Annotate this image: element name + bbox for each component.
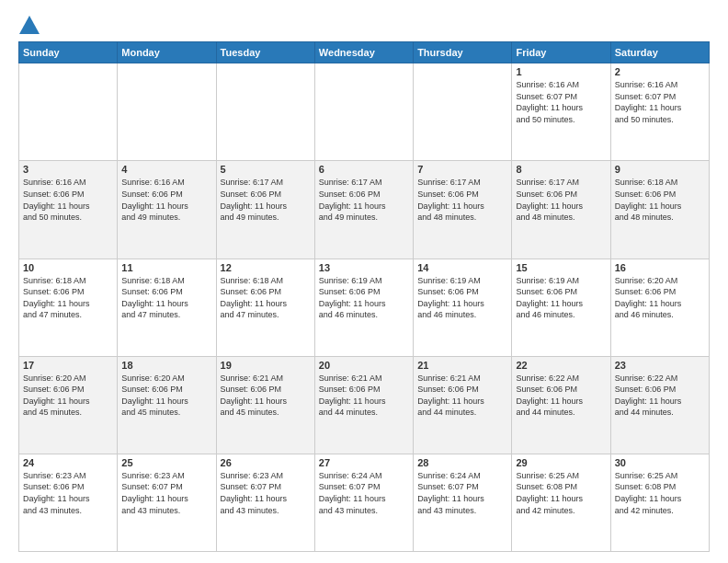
day-info: Sunrise: 6:19 AM Sunset: 6:06 PM Dayligh… [516, 275, 606, 321]
calendar-cell: 11Sunrise: 6:18 AM Sunset: 6:06 PM Dayli… [118, 259, 216, 356]
calendar-cell: 20Sunrise: 6:21 AM Sunset: 6:06 PM Dayli… [314, 356, 413, 454]
week-row-3: 10Sunrise: 6:18 AM Sunset: 6:06 PM Dayli… [19, 259, 710, 356]
calendar-cell: 24Sunrise: 6:23 AM Sunset: 6:06 PM Dayli… [19, 454, 118, 551]
logo-triangle-icon [19, 16, 40, 34]
calendar-cell: 16Sunrise: 6:20 AM Sunset: 6:06 PM Dayli… [610, 259, 709, 356]
day-number: 17 [23, 360, 113, 371]
calendar-cell: 7Sunrise: 6:17 AM Sunset: 6:06 PM Daylig… [414, 161, 512, 259]
week-row-2: 3Sunrise: 6:16 AM Sunset: 6:06 PM Daylig… [19, 161, 710, 259]
col-header-wednesday: Wednesday [314, 42, 413, 63]
day-info: Sunrise: 6:25 AM Sunset: 6:08 PM Dayligh… [615, 470, 705, 516]
day-number: 9 [615, 164, 705, 175]
week-row-1: 1Sunrise: 6:16 AM Sunset: 6:07 PM Daylig… [19, 63, 710, 161]
day-info: Sunrise: 6:20 AM Sunset: 6:06 PM Dayligh… [23, 373, 113, 419]
day-info: Sunrise: 6:21 AM Sunset: 6:06 PM Dayligh… [417, 373, 507, 419]
calendar-cell [314, 63, 413, 161]
calendar-cell: 18Sunrise: 6:20 AM Sunset: 6:06 PM Dayli… [118, 356, 216, 454]
day-number: 19 [221, 360, 311, 371]
calendar-cell: 27Sunrise: 6:24 AM Sunset: 6:07 PM Dayli… [314, 454, 413, 551]
svg-marker-0 [19, 16, 40, 34]
calendar-cell: 6Sunrise: 6:17 AM Sunset: 6:06 PM Daylig… [314, 161, 413, 259]
col-header-tuesday: Tuesday [216, 42, 314, 63]
calendar-cell: 5Sunrise: 6:17 AM Sunset: 6:06 PM Daylig… [216, 161, 314, 259]
calendar-cell: 17Sunrise: 6:20 AM Sunset: 6:06 PM Dayli… [19, 356, 118, 454]
day-number: 30 [615, 457, 705, 468]
page: SundayMondayTuesdayWednesdayThursdayFrid… [0, 0, 728, 563]
day-info: Sunrise: 6:18 AM Sunset: 6:06 PM Dayligh… [221, 275, 311, 321]
day-info: Sunrise: 6:24 AM Sunset: 6:07 PM Dayligh… [319, 470, 409, 516]
calendar-cell: 1Sunrise: 6:16 AM Sunset: 6:07 PM Daylig… [512, 63, 610, 161]
day-number: 3 [23, 164, 113, 175]
day-number: 23 [615, 360, 705, 371]
day-number: 6 [319, 164, 409, 175]
calendar-cell: 25Sunrise: 6:23 AM Sunset: 6:07 PM Dayli… [118, 454, 216, 551]
day-info: Sunrise: 6:18 AM Sunset: 6:06 PM Dayligh… [615, 177, 705, 223]
col-header-friday: Friday [512, 42, 610, 63]
day-info: Sunrise: 6:24 AM Sunset: 6:07 PM Dayligh… [417, 470, 507, 516]
day-info: Sunrise: 6:19 AM Sunset: 6:06 PM Dayligh… [319, 275, 409, 321]
col-header-saturday: Saturday [610, 42, 709, 63]
day-info: Sunrise: 6:18 AM Sunset: 6:06 PM Dayligh… [23, 275, 113, 321]
col-header-sunday: Sunday [19, 42, 118, 63]
col-header-monday: Monday [118, 42, 216, 63]
calendar-cell: 8Sunrise: 6:17 AM Sunset: 6:06 PM Daylig… [512, 161, 610, 259]
day-number: 12 [221, 262, 311, 273]
day-number: 11 [121, 262, 211, 273]
day-info: Sunrise: 6:23 AM Sunset: 6:06 PM Dayligh… [23, 470, 113, 516]
calendar-cell: 2Sunrise: 6:16 AM Sunset: 6:07 PM Daylig… [610, 63, 709, 161]
day-info: Sunrise: 6:21 AM Sunset: 6:06 PM Dayligh… [221, 373, 311, 419]
day-number: 4 [121, 164, 211, 175]
calendar-cell: 14Sunrise: 6:19 AM Sunset: 6:06 PM Dayli… [414, 259, 512, 356]
day-number: 13 [319, 262, 409, 273]
day-number: 21 [417, 360, 507, 371]
logo [18, 15, 40, 32]
day-info: Sunrise: 6:16 AM Sunset: 6:07 PM Dayligh… [516, 79, 606, 125]
day-info: Sunrise: 6:23 AM Sunset: 6:07 PM Dayligh… [221, 470, 311, 516]
col-header-thursday: Thursday [414, 42, 512, 63]
calendar-cell: 13Sunrise: 6:19 AM Sunset: 6:06 PM Dayli… [314, 259, 413, 356]
day-info: Sunrise: 6:25 AM Sunset: 6:08 PM Dayligh… [516, 470, 606, 516]
day-info: Sunrise: 6:20 AM Sunset: 6:06 PM Dayligh… [615, 275, 705, 321]
day-info: Sunrise: 6:20 AM Sunset: 6:06 PM Dayligh… [121, 373, 211, 419]
calendar-cell: 21Sunrise: 6:21 AM Sunset: 6:06 PM Dayli… [414, 356, 512, 454]
calendar-cell [414, 63, 512, 161]
day-info: Sunrise: 6:16 AM Sunset: 6:06 PM Dayligh… [23, 177, 113, 223]
day-number: 1 [516, 66, 606, 77]
calendar-cell: 19Sunrise: 6:21 AM Sunset: 6:06 PM Dayli… [216, 356, 314, 454]
day-number: 25 [121, 457, 211, 468]
day-info: Sunrise: 6:17 AM Sunset: 6:06 PM Dayligh… [221, 177, 311, 223]
day-info: Sunrise: 6:21 AM Sunset: 6:06 PM Dayligh… [319, 373, 409, 419]
day-number: 20 [319, 360, 409, 371]
calendar-cell: 15Sunrise: 6:19 AM Sunset: 6:06 PM Dayli… [512, 259, 610, 356]
calendar-cell: 29Sunrise: 6:25 AM Sunset: 6:08 PM Dayli… [512, 454, 610, 551]
day-number: 7 [417, 164, 507, 175]
day-info: Sunrise: 6:17 AM Sunset: 6:06 PM Dayligh… [319, 177, 409, 223]
calendar-cell [216, 63, 314, 161]
day-number: 16 [615, 262, 705, 273]
day-info: Sunrise: 6:17 AM Sunset: 6:06 PM Dayligh… [417, 177, 507, 223]
calendar-cell: 30Sunrise: 6:25 AM Sunset: 6:08 PM Dayli… [610, 454, 709, 551]
calendar-cell: 10Sunrise: 6:18 AM Sunset: 6:06 PM Dayli… [19, 259, 118, 356]
calendar-cell: 23Sunrise: 6:22 AM Sunset: 6:06 PM Dayli… [610, 356, 709, 454]
day-number: 5 [221, 164, 311, 175]
week-row-5: 24Sunrise: 6:23 AM Sunset: 6:06 PM Dayli… [19, 454, 710, 551]
day-info: Sunrise: 6:23 AM Sunset: 6:07 PM Dayligh… [121, 470, 211, 516]
day-number: 24 [23, 457, 113, 468]
day-number: 14 [417, 262, 507, 273]
day-number: 27 [319, 457, 409, 468]
calendar-cell: 28Sunrise: 6:24 AM Sunset: 6:07 PM Dayli… [414, 454, 512, 551]
calendar-cell [118, 63, 216, 161]
day-number: 18 [121, 360, 211, 371]
calendar-cell [19, 63, 118, 161]
calendar-cell: 9Sunrise: 6:18 AM Sunset: 6:06 PM Daylig… [610, 161, 709, 259]
header [18, 15, 710, 32]
calendar-cell: 26Sunrise: 6:23 AM Sunset: 6:07 PM Dayli… [216, 454, 314, 551]
calendar-cell: 22Sunrise: 6:22 AM Sunset: 6:06 PM Dayli… [512, 356, 610, 454]
day-number: 15 [516, 262, 606, 273]
day-info: Sunrise: 6:17 AM Sunset: 6:06 PM Dayligh… [516, 177, 606, 223]
logo-text-block [18, 15, 40, 32]
day-number: 10 [23, 262, 113, 273]
day-number: 8 [516, 164, 606, 175]
day-number: 2 [615, 66, 705, 77]
calendar-header-row: SundayMondayTuesdayWednesdayThursdayFrid… [19, 42, 710, 63]
